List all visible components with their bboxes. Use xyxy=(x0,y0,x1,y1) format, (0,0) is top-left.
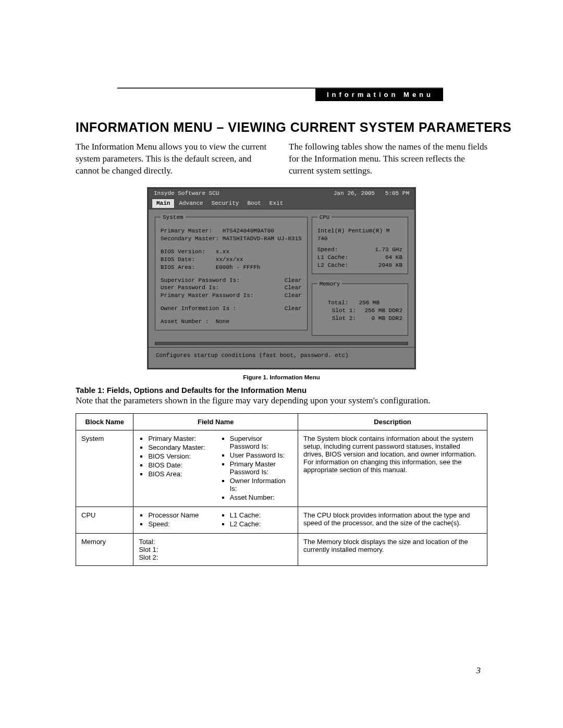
label: Slot 2: xyxy=(332,315,356,323)
bios-menu-security: Security xyxy=(207,199,243,208)
col-field: Field Name xyxy=(133,413,298,430)
label: Primary Master: xyxy=(161,228,212,234)
list-item: Secondary Master: xyxy=(148,443,211,451)
list-item: Speed: xyxy=(148,520,211,528)
bios-date: Jan 26, 2005 xyxy=(334,190,375,196)
value: HTS424040M9AT00 xyxy=(223,228,274,234)
value: 2048 KB xyxy=(378,262,402,269)
label: Secondary Master: xyxy=(161,236,219,242)
value: MATSHITADVD-RAM UJ-831S xyxy=(223,236,302,242)
intro-right: The following tables show the names of t… xyxy=(289,141,487,177)
value: 256 MB DDR2 xyxy=(364,307,402,315)
bios-screenshot: Insyde Software SCU Jan 26, 2005 5:05 PM… xyxy=(148,188,415,369)
bios-cpu-legend: CPU xyxy=(317,214,332,221)
table-note: Note that the parameters shown in the fi… xyxy=(76,396,487,406)
label: User Password Is: xyxy=(161,284,219,292)
value: x.xx xyxy=(216,249,229,255)
table-row: Memory Total: Slot 1: Slot 2: The Memory… xyxy=(76,533,487,565)
label: BIOS Date: xyxy=(161,256,195,263)
info-table: Block Name Field Name Description System… xyxy=(76,413,487,566)
label: Total: xyxy=(328,299,349,307)
cell-block: System xyxy=(76,430,133,507)
cell-block: CPU xyxy=(76,507,133,533)
value: Clear xyxy=(285,284,302,292)
list-item: L1 Cache: xyxy=(230,511,292,519)
value: 0 MB DDR2 xyxy=(372,315,402,323)
list-item: Asset Number: xyxy=(230,493,292,501)
list-item: Processor Name xyxy=(148,511,211,519)
bios-memory-legend: Memory xyxy=(317,280,342,288)
bios-system-legend: System xyxy=(161,214,186,221)
cell-desc: The CPU block provides information about… xyxy=(298,507,487,533)
table-row: System Primary Master: Secondary Master:… xyxy=(76,430,487,507)
page-title: INFORMATION MENU – VIEWING CURRENT SYSTE… xyxy=(76,120,521,135)
cell-desc: The System block contains information ab… xyxy=(298,430,487,507)
bios-body-right: CPU Intel(R) Pentium(R) M 740 Speed:1.73… xyxy=(312,214,408,339)
bios-datetime: Jan 26, 2005 5:05 PM xyxy=(334,190,409,198)
list-item: Supervisor Password Is: xyxy=(230,435,292,450)
bios-menu-bar: MainAdvanceSecurityBootExit xyxy=(149,199,414,209)
table-title: Table 1: Fields, Options and Defaults fo… xyxy=(76,386,487,394)
value: Clear xyxy=(285,292,302,300)
bios-menu-advance: Advance xyxy=(175,199,207,208)
label: Owner Information Is : xyxy=(161,305,236,313)
cell-field: Primary Master: Secondary Master: BIOS V… xyxy=(133,430,298,507)
table-row: CPU Processor Name Speed: L1 Cache: L2 C… xyxy=(76,507,487,533)
list-item: L2 Cache: xyxy=(230,520,292,528)
label: L2 Cache: xyxy=(317,262,348,269)
list-item: BIOS Date: xyxy=(148,461,211,469)
value: Clear xyxy=(285,305,302,313)
figure-caption: Figure 1. Information Menu xyxy=(42,374,521,380)
label: BIOS Area: xyxy=(161,264,195,270)
bios-body-left: System Primary Master: HTS424040M9AT00 S… xyxy=(155,214,308,339)
bios-menu-exit: Exit xyxy=(265,199,287,208)
list-item: BIOS Version: xyxy=(148,452,211,460)
value: Clear xyxy=(285,277,302,285)
page-number: 3 xyxy=(476,665,481,676)
bios-cpu-fieldset: CPU Intel(R) Pentium(R) M 740 Speed:1.73… xyxy=(312,214,408,274)
cell-block: Memory xyxy=(76,533,133,565)
bios-system-fieldset: System Primary Master: HTS424040M9AT00 S… xyxy=(155,214,308,330)
label: BIOS Version: xyxy=(161,249,205,255)
bios-time: 5:05 PM xyxy=(385,190,409,196)
label: Asset Number : xyxy=(161,318,209,325)
value: None xyxy=(216,318,229,325)
intro-columns: The Information Menu allows you to view … xyxy=(76,141,487,177)
col-block: Block Name xyxy=(76,413,133,430)
value: 1.73 GHz xyxy=(375,246,402,254)
list-item: Primary Master Password Is: xyxy=(230,460,292,476)
bios-title: Insyde Software SCU xyxy=(154,190,219,198)
label: Primary Master Password Is: xyxy=(161,292,253,300)
value: E000h - FFFFh xyxy=(216,264,261,270)
col-desc: Description xyxy=(298,413,487,430)
list-item: Primary Master: xyxy=(148,435,211,442)
cell-field: Processor Name Speed: L1 Cache: L2 Cache… xyxy=(133,507,298,533)
table-header-row: Block Name Field Name Description xyxy=(76,413,487,430)
label: Supervisor Password Is: xyxy=(161,277,240,285)
bios-memory-fieldset: Memory Total:256 MB Slot 1:256 MB DDR2 S… xyxy=(312,280,408,336)
list-item: BIOS Area: xyxy=(148,470,211,478)
section-tag: Information Menu xyxy=(315,89,443,101)
bios-menu-boot: Boot xyxy=(243,199,265,208)
document-page: Information Menu INFORMATION MENU – VIEW… xyxy=(42,0,521,728)
list-item: Owner Information Is: xyxy=(230,477,292,492)
intro-left: The Information Menu allows you to view … xyxy=(76,141,274,177)
list-item: User Password Is: xyxy=(230,451,292,459)
label: Slot 1: xyxy=(332,307,356,315)
cpu-name: Intel(R) Pentium(R) M 740 xyxy=(317,227,402,243)
bios-menu-main: Main xyxy=(152,199,175,208)
value: xx/xx/xx xyxy=(216,256,243,263)
bios-body: System Primary Master: HTS424040M9AT00 S… xyxy=(149,209,414,342)
bios-status-line: Configures startup conditions (fast boot… xyxy=(149,347,414,368)
value: 64 KB xyxy=(385,254,402,262)
cell-field: Total: Slot 1: Slot 2: xyxy=(133,533,298,565)
bios-title-bar: Insyde Software SCU Jan 26, 2005 5:05 PM xyxy=(149,189,414,199)
label: L1 Cache: xyxy=(317,254,348,262)
value: 256 MB xyxy=(359,299,396,307)
cell-desc: The Memory block displays the size and l… xyxy=(298,533,487,565)
bios-status-bar xyxy=(155,342,408,345)
label: Speed: xyxy=(317,246,338,254)
